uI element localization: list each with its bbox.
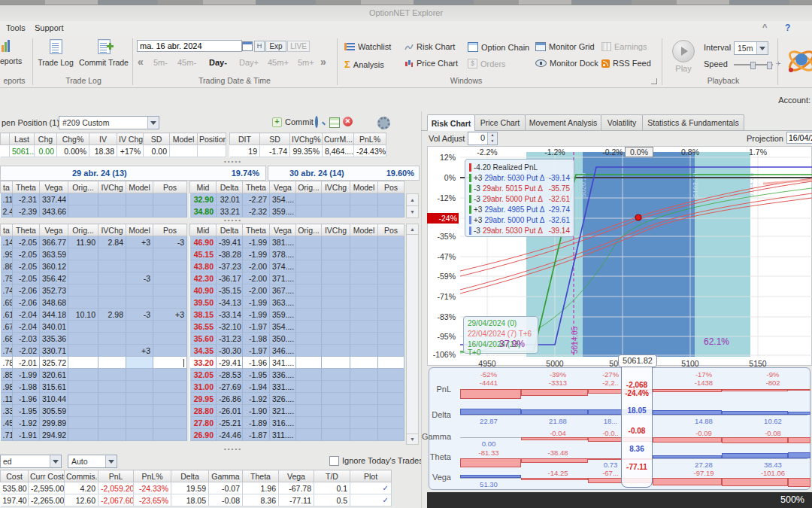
cell[interactable]: -2,595.00 <box>29 482 65 494</box>
cell[interactable]: -1.97 <box>243 345 270 357</box>
cell[interactable]: +3 <box>153 309 187 321</box>
cell[interactable]: 359.... <box>270 205 296 217</box>
trading-date-input[interactable] <box>137 40 242 52</box>
cell[interactable]: 359.... <box>270 309 296 321</box>
speed-plus-icon[interactable]: + <box>776 59 780 68</box>
cell[interactable]: -27.69 <box>217 381 243 393</box>
cell[interactable]: 378.... <box>270 248 296 260</box>
cell[interactable] <box>350 429 378 441</box>
cell[interactable]: 363.... <box>270 297 296 309</box>
cell[interactable] <box>68 369 98 381</box>
cell[interactable]: .67 <box>1 321 13 333</box>
cell[interactable]: -2.00 <box>243 284 270 297</box>
cell[interactable]: -2.05 <box>13 248 40 260</box>
cell[interactable] <box>322 369 350 381</box>
cell[interactable] <box>68 260 98 272</box>
cell[interactable] <box>322 272 350 284</box>
cell[interactable]: -0.07 <box>209 482 243 494</box>
price-marker-box[interactable]: 5061.82 <box>618 354 657 367</box>
exp-button[interactable]: Exp <box>265 41 286 52</box>
cell[interactable] <box>296 357 322 369</box>
cell[interactable]: 335.36 <box>40 333 68 345</box>
cell[interactable]: ✓ <box>350 482 392 494</box>
cell[interactable] <box>126 357 153 369</box>
cell[interactable]: -1.90 <box>243 405 270 417</box>
cell[interactable] <box>350 248 378 260</box>
cell[interactable]: -2,265.00 <box>29 494 65 506</box>
cell[interactable]: 326.... <box>270 393 296 405</box>
cell[interactable]: 343.66 <box>40 205 68 217</box>
cell[interactable]: 321.... <box>270 405 296 417</box>
cell[interactable]: 12.60 <box>65 494 98 506</box>
cell[interactable]: -1.89 <box>243 417 270 429</box>
cell[interactable] <box>378 405 404 417</box>
cell[interactable]: 0.5 <box>314 494 350 506</box>
cell[interactable] <box>350 393 378 405</box>
step-day-minus[interactable]: Day- <box>209 58 227 67</box>
cell[interactable] <box>322 260 350 272</box>
scroll-up-button[interactable]: ▲ <box>406 224 419 235</box>
cell[interactable] <box>126 297 153 309</box>
cell[interactable]: -26.01 <box>217 405 243 417</box>
cell[interactable] <box>98 393 126 405</box>
cell[interactable] <box>350 345 378 357</box>
tab-volatility[interactable]: Volatility <box>601 114 643 130</box>
cell[interactable]: -2.00 <box>243 260 270 272</box>
cell[interactable] <box>322 417 350 429</box>
calendar-icon[interactable] <box>242 41 253 51</box>
cell[interactable]: 99.35% <box>290 145 323 157</box>
cell[interactable] <box>378 284 404 297</box>
menu-tools[interactable]: Tools <box>6 23 26 32</box>
cell[interactable]: -33.14 <box>217 309 243 321</box>
cell[interactable]: 2.84 <box>98 236 126 248</box>
cell[interactable] <box>98 205 126 217</box>
cell[interactable]: 337.44 <box>40 193 68 205</box>
scroll-down-button[interactable]: ▼ <box>406 433 419 445</box>
cell[interactable] <box>153 417 187 429</box>
cell[interactable]: -25.21 <box>217 417 243 429</box>
cell[interactable] <box>296 297 322 309</box>
cell[interactable] <box>68 193 98 205</box>
gear-icon[interactable] <box>377 117 390 129</box>
cell[interactable] <box>68 248 98 260</box>
cell[interactable] <box>153 381 187 393</box>
cell[interactable]: 11.90 <box>68 236 98 248</box>
help-icon[interactable]: ? <box>785 23 790 33</box>
cell[interactable]: 0.00 <box>144 145 170 157</box>
cell[interactable]: 32.90 <box>190 193 217 205</box>
cell[interactable]: 366.77 <box>40 236 68 248</box>
cell[interactable] <box>153 357 187 369</box>
cell[interactable] <box>296 345 322 357</box>
cell[interactable]: 299.89 <box>40 417 68 429</box>
cell[interactable]: -30.30 <box>217 345 243 357</box>
cell[interactable]: 10.10 <box>68 309 98 321</box>
cell[interactable] <box>98 405 126 417</box>
cell[interactable] <box>98 248 126 260</box>
cell[interactable] <box>126 381 153 393</box>
cell[interactable]: 45.15 <box>190 248 217 260</box>
cell[interactable] <box>378 333 404 345</box>
cell[interactable]: 39.50 <box>190 297 217 309</box>
ribbon-collapse-icon[interactable]: ^ <box>762 23 767 32</box>
cell[interactable] <box>296 333 322 345</box>
cell[interactable]: 305.59 <box>40 405 68 417</box>
spinner-arrows[interactable]: ▲▼ <box>487 132 497 144</box>
cell[interactable] <box>1 145 10 157</box>
windows-dialog-launcher-icon[interactable] <box>651 78 657 84</box>
cell[interactable]: 29.95 <box>190 393 217 405</box>
cell[interactable]: 28.80 <box>190 405 217 417</box>
cell[interactable]: -2.04 <box>13 309 40 321</box>
cell[interactable]: 19.59 <box>171 482 209 494</box>
cell[interactable] <box>350 369 378 381</box>
commit-trade-button[interactable]: Commit Trade <box>78 39 129 67</box>
cell[interactable] <box>68 333 98 345</box>
cell[interactable]: 33.21 <box>217 205 243 217</box>
cell[interactable]: 371.... <box>270 272 296 284</box>
cell[interactable]: 1.96 <box>243 482 279 494</box>
live-button[interactable]: LIVE <box>287 41 310 52</box>
projection-date-input[interactable] <box>786 132 812 144</box>
cell[interactable] <box>98 321 126 333</box>
expiry-header-29abr[interactable]: 29 abr. 24 (13) 19.74% <box>0 166 266 181</box>
cell[interactable] <box>126 333 153 345</box>
cell[interactable] <box>153 260 187 272</box>
